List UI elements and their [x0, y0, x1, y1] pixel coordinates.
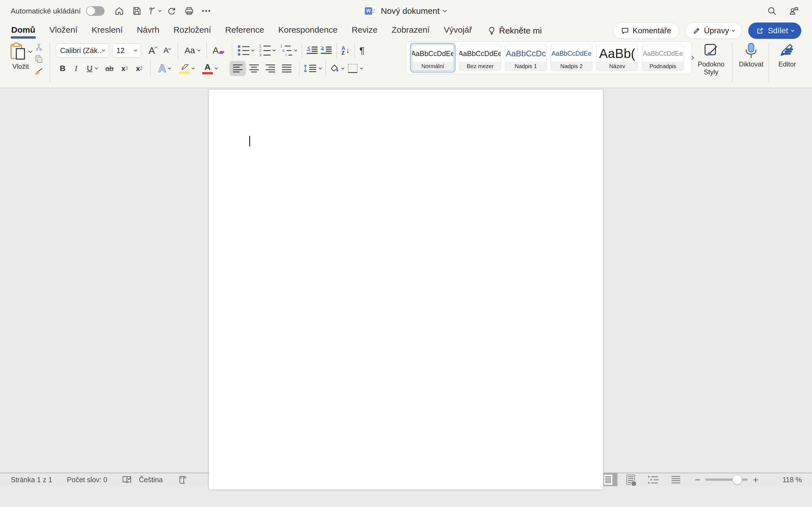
style-heading-2[interactable]: AaBbCcDdEe Nadpis 2 — [551, 45, 592, 71]
draft-view-button[interactable] — [666, 473, 685, 486]
print-button[interactable] — [182, 4, 197, 18]
tab-rozlozeni[interactable]: Rozložení — [173, 23, 211, 38]
tab-navrh[interactable]: Návrh — [136, 23, 160, 38]
share-chevron-icon — [791, 29, 794, 32]
document-page[interactable] — [209, 89, 603, 489]
paste-button[interactable]: Vložit — [5, 42, 36, 70]
language-indicator[interactable]: Čeština — [139, 476, 163, 484]
zoom-out-button[interactable]: − — [695, 475, 700, 485]
copy-button[interactable] — [34, 55, 44, 64]
grow-font-caret-icon — [154, 47, 158, 50]
word-count[interactable]: Počet slov: 0 — [67, 476, 107, 484]
superscript-button[interactable]: x2 — [132, 64, 147, 73]
divider — [299, 60, 299, 76]
more-commands-button[interactable]: ••• — [199, 4, 214, 18]
style-title[interactable]: AaBb( Název — [596, 45, 638, 71]
font-name-select[interactable]: Calibri (Zák... — [56, 43, 109, 57]
numbering-button[interactable]: 1 2 3 — [258, 45, 275, 56]
divider — [301, 42, 302, 59]
tab-vyvojar[interactable]: Vývojář — [443, 23, 472, 38]
search-button[interactable] — [765, 4, 779, 18]
web-layout-view-button[interactable] — [621, 473, 640, 486]
dictate-button[interactable]: Diktovat — [737, 42, 765, 68]
font-color-button[interactable]: A — [199, 63, 221, 74]
style-heading-1[interactable]: AaBbCcDc Nadpis 1 — [505, 45, 547, 71]
highlight-color-button[interactable] — [175, 63, 199, 74]
decrease-indent-button[interactable] — [306, 46, 318, 55]
clear-formatting-button[interactable]: A — [210, 45, 226, 56]
justify-icon — [282, 64, 292, 72]
editing-mode-button[interactable]: Úpravy — [685, 22, 742, 39]
line-spacing-button[interactable] — [303, 64, 321, 73]
style-no-spacing[interactable]: AaBbCcDdEe Bez mezer — [459, 45, 501, 71]
editing-chevron-icon — [732, 29, 735, 32]
justify-button[interactable] — [278, 61, 295, 76]
tab-korespondence[interactable]: Korespondence — [278, 23, 338, 38]
bullets-button[interactable] — [238, 45, 254, 55]
grow-font-button[interactable]: A — [146, 45, 160, 56]
presence-button[interactable] — [786, 4, 801, 18]
align-right-icon — [266, 64, 275, 72]
page-indicator[interactable]: Stránka 1 z 1 — [11, 476, 52, 484]
tab-vlozeni[interactable]: Vložení — [49, 23, 78, 38]
group-divider — [732, 43, 732, 82]
search-icon — [767, 6, 777, 16]
ink-scroll-button[interactable] — [177, 475, 187, 485]
zoom-level[interactable]: 118 % — [765, 476, 802, 484]
format-painter-button[interactable] — [34, 67, 44, 76]
undo-button[interactable] — [147, 4, 161, 18]
align-center-button[interactable] — [246, 61, 262, 76]
styles-pane-button[interactable]: PodoknoStyly — [694, 42, 728, 76]
highlight-chevron-icon — [192, 66, 195, 69]
copy-icon — [34, 55, 44, 64]
more-icon: ••• — [202, 7, 211, 15]
underline-chevron-icon — [95, 66, 98, 69]
divider — [177, 42, 178, 59]
style-subtitle[interactable]: AaBbCcDdEe Podnadpis — [642, 45, 684, 71]
document-workspace[interactable] — [0, 88, 812, 473]
style-normal[interactable]: AaBbCcDdEe Normální — [412, 45, 454, 71]
spellcheck-status-button[interactable] — [122, 475, 132, 484]
show-paragraph-marks-button[interactable]: ¶ — [359, 45, 364, 56]
text-effects-button[interactable]: A — [154, 63, 175, 74]
lightbulb-icon — [487, 26, 496, 35]
align-right-button[interactable] — [262, 61, 278, 76]
sort-button[interactable]: A Z ↓ — [342, 46, 350, 55]
increase-indent-button[interactable] — [320, 46, 332, 55]
tell-me-button[interactable]: Řekněte mi — [487, 26, 542, 36]
shading-button[interactable] — [330, 64, 344, 73]
subscript-button[interactable]: x2 — [117, 64, 132, 73]
save-button[interactable] — [130, 4, 144, 18]
strikethrough-button[interactable]: ab — [101, 64, 117, 73]
outline-view-button[interactable] — [644, 473, 663, 486]
underline-button[interactable]: U — [83, 64, 101, 73]
borders-button[interactable] — [348, 64, 363, 73]
share-button[interactable]: Sdílet — [748, 22, 801, 39]
zoom-slider[interactable] — [705, 478, 748, 481]
editor-button[interactable]: Editor — [773, 42, 801, 68]
font-size-select[interactable]: 12 — [112, 43, 141, 57]
tab-domu[interactable]: Domů — [11, 23, 36, 38]
tab-zobrazeni[interactable]: Zobrazení — [391, 23, 430, 38]
shrink-font-button[interactable]: A — [160, 46, 174, 55]
zoom-in-button[interactable]: + — [753, 475, 758, 485]
tab-revize[interactable]: Revize — [351, 23, 378, 38]
tab-reference[interactable]: Reference — [225, 23, 265, 38]
italic-button[interactable]: I — [69, 64, 83, 73]
group-divider — [50, 43, 50, 82]
cut-button[interactable] — [34, 43, 44, 51]
autosave-toggle[interactable] — [86, 6, 105, 16]
change-case-chevron-icon — [197, 48, 200, 51]
document-title-group[interactable]: W Nový dokument — [366, 0, 446, 22]
redo-button[interactable] — [164, 4, 179, 18]
home-button[interactable] — [112, 4, 126, 18]
multilevel-list-button[interactable]: 1 a i — [279, 45, 297, 56]
align-left-button[interactable] — [230, 61, 246, 76]
bold-button[interactable]: B — [56, 64, 69, 73]
change-case-button[interactable]: Aa — [182, 46, 203, 55]
zoom-slider-thumb[interactable] — [732, 475, 742, 485]
title-menu-chevron-icon — [443, 8, 447, 12]
text-effects-icon: A — [158, 63, 166, 74]
tab-kresleni[interactable]: Kreslení — [91, 23, 123, 38]
comments-button[interactable]: Komentáře — [613, 22, 679, 39]
